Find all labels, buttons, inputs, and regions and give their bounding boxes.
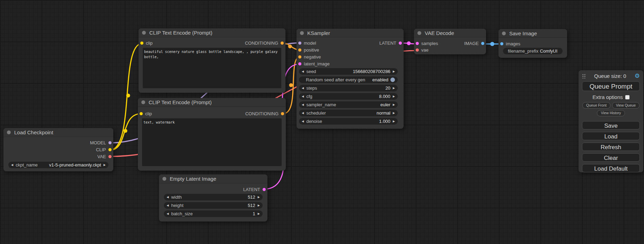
refresh-button[interactable]: Refresh bbox=[582, 143, 640, 151]
clip-port-icon[interactable] bbox=[108, 148, 112, 151]
load-button[interactable]: Load bbox=[582, 132, 640, 140]
drag-handle-icon[interactable] bbox=[582, 73, 586, 79]
increment-arrow-icon[interactable]: ▶ bbox=[393, 103, 395, 106]
decrement-arrow-icon[interactable]: ◀ bbox=[11, 164, 13, 166]
clip-port-icon[interactable] bbox=[140, 112, 143, 115]
queue-prompt-button[interactable]: Queue Prompt bbox=[582, 81, 640, 91]
increment-arrow-icon[interactable]: ▶ bbox=[258, 204, 260, 207]
image-port-icon[interactable] bbox=[481, 42, 484, 45]
conditioning-port-icon[interactable] bbox=[298, 55, 301, 58]
output-slot-conditioning[interactable]: CONDITIONING bbox=[245, 111, 284, 116]
positive-prompt-textarea[interactable]: beautiful scenery nature glass bottle la… bbox=[143, 48, 281, 88]
decrement-arrow-icon[interactable]: ◀ bbox=[167, 213, 169, 215]
output-slot-conditioning[interactable]: CONDITIONING bbox=[245, 40, 284, 46]
input-slot-clip[interactable]: clip bbox=[140, 40, 153, 46]
widget-seed[interactable]: ◀ seed 156680208700286 ▶ bbox=[299, 68, 398, 75]
latent-port-icon[interactable] bbox=[416, 42, 419, 45]
conditioning-port-icon[interactable] bbox=[281, 112, 284, 115]
view-queue-button[interactable]: View Queue bbox=[612, 102, 639, 109]
decrement-arrow-icon[interactable]: ◀ bbox=[167, 196, 169, 199]
widget-sampler-name[interactable]: ◀ sampler_name euler ▶ bbox=[299, 101, 398, 108]
collapse-dot-icon[interactable] bbox=[141, 100, 145, 104]
collapse-dot-icon[interactable] bbox=[142, 31, 146, 35]
increment-arrow-icon[interactable]: ▶ bbox=[258, 213, 260, 215]
node-save-image[interactable]: Save Image images filename_prefix ComfyU… bbox=[499, 29, 567, 58]
widget-ckpt-name[interactable]: ◀ ckpt_name v1-5-pruned-emaonly.ckpt ▶ bbox=[8, 162, 108, 168]
widget-scheduler[interactable]: ◀ scheduler normal ▶ bbox=[299, 110, 398, 116]
decrement-arrow-icon[interactable]: ◀ bbox=[302, 120, 304, 123]
node-vae-decode[interactable]: VAE Decode samples IMAGE vae bbox=[414, 29, 486, 54]
output-slot-latent[interactable]: LATENT bbox=[243, 187, 266, 192]
latent-port-icon[interactable] bbox=[263, 188, 266, 191]
widget-batch-size[interactable]: ◀ batch_size 1 ▶ bbox=[164, 210, 263, 217]
conditioning-port-icon[interactable] bbox=[298, 48, 301, 52]
widget-random-seed-toggle[interactable]: Random seed after every gen enabled bbox=[299, 76, 398, 83]
widget-steps[interactable]: ◀ steps 20 ▶ bbox=[299, 85, 398, 91]
node-ksampler[interactable]: KSampler model LATENT positive negative … bbox=[297, 29, 404, 129]
node-title-bar[interactable]: VAE Decode bbox=[414, 29, 486, 37]
decrement-arrow-icon[interactable]: ◀ bbox=[167, 204, 169, 207]
widget-denoise[interactable]: ◀ denoise 1.000 ▶ bbox=[299, 118, 398, 125]
latent-port-icon[interactable] bbox=[399, 42, 402, 45]
widget-cfg[interactable]: ◀ cfg 8.000 ▶ bbox=[299, 93, 398, 100]
node-clip-text-encode-negative[interactable]: CLIP Text Encode (Prompt) clip CONDITION… bbox=[138, 98, 286, 171]
node-title-bar[interactable]: Save Image bbox=[499, 29, 567, 38]
toggle-enabled-icon[interactable] bbox=[390, 78, 395, 82]
node-load-checkpoint[interactable]: Load Checkpoint MODEL CLIP VAE ◀ ckpt_na… bbox=[3, 128, 113, 171]
node-title-bar[interactable]: CLIP Text Encode (Prompt) bbox=[139, 28, 285, 37]
input-slot-vae[interactable]: vae bbox=[416, 47, 429, 53]
increment-arrow-icon[interactable]: ▶ bbox=[393, 87, 395, 90]
decrement-arrow-icon[interactable]: ◀ bbox=[302, 70, 304, 73]
increment-arrow-icon[interactable]: ▶ bbox=[393, 95, 395, 98]
negative-prompt-textarea[interactable]: text, watermark bbox=[142, 118, 282, 166]
output-slot-clip[interactable]: CLIP bbox=[96, 147, 112, 152]
node-title-bar[interactable]: CLIP Text Encode (Prompt) bbox=[138, 98, 286, 107]
node-title-bar[interactable]: Load Checkpoint bbox=[3, 128, 113, 137]
input-slot-clip[interactable]: clip bbox=[140, 111, 152, 116]
vae-port-icon[interactable] bbox=[108, 155, 112, 158]
increment-arrow-icon[interactable]: ▶ bbox=[393, 112, 395, 115]
output-slot-vae[interactable]: VAE bbox=[97, 154, 112, 159]
clear-button[interactable]: Clear bbox=[582, 153, 640, 162]
increment-arrow-icon[interactable]: ▶ bbox=[104, 164, 106, 166]
extra-options-checkbox[interactable] bbox=[625, 95, 629, 99]
input-slot-model[interactable]: model bbox=[298, 40, 316, 46]
node-clip-text-encode-positive[interactable]: CLIP Text Encode (Prompt) clip CONDITION… bbox=[139, 28, 285, 93]
graph-canvas[interactable]: Load Checkpoint MODEL CLIP VAE ◀ ckpt_na… bbox=[0, 0, 644, 244]
image-port-icon[interactable] bbox=[500, 42, 503, 45]
node-title-bar[interactable]: Empty Latent Image bbox=[159, 174, 267, 183]
output-slot-image[interactable]: IMAGE bbox=[464, 41, 484, 46]
decrement-arrow-icon[interactable]: ◀ bbox=[302, 95, 304, 98]
input-slot-images[interactable]: images bbox=[500, 41, 520, 46]
widget-height[interactable]: ◀ height 512 ▶ bbox=[164, 202, 263, 209]
latent-port-icon[interactable] bbox=[298, 62, 301, 65]
increment-arrow-icon[interactable]: ▶ bbox=[258, 196, 260, 199]
increment-arrow-icon[interactable]: ▶ bbox=[393, 120, 395, 123]
decrement-arrow-icon[interactable]: ◀ bbox=[302, 112, 304, 115]
decrement-arrow-icon[interactable]: ◀ bbox=[302, 87, 304, 90]
clip-port-icon[interactable] bbox=[140, 42, 143, 45]
view-history-button[interactable]: View History bbox=[597, 110, 625, 117]
conditioning-port-icon[interactable] bbox=[281, 42, 284, 45]
collapse-dot-icon[interactable] bbox=[7, 130, 11, 134]
input-slot-samples[interactable]: samples bbox=[416, 41, 438, 46]
input-slot-latent-image[interactable]: latent_image bbox=[298, 61, 329, 66]
load-default-button[interactable]: Load Default bbox=[582, 164, 640, 172]
vae-port-icon[interactable] bbox=[416, 48, 419, 52]
output-slot-model[interactable]: MODEL bbox=[90, 140, 112, 145]
save-button[interactable]: Save bbox=[582, 121, 640, 129]
output-slot-latent[interactable]: LATENT bbox=[379, 40, 402, 46]
node-title-bar[interactable]: KSampler bbox=[297, 29, 404, 37]
collapse-dot-icon[interactable] bbox=[417, 31, 421, 35]
gear-icon[interactable]: ⚙ bbox=[635, 73, 640, 79]
decrement-arrow-icon[interactable]: ◀ bbox=[302, 103, 304, 106]
model-port-icon[interactable] bbox=[298, 42, 301, 45]
input-slot-positive[interactable]: positive bbox=[298, 47, 319, 53]
collapse-dot-icon[interactable] bbox=[300, 31, 304, 35]
model-port-icon[interactable] bbox=[108, 141, 112, 144]
widget-filename-prefix[interactable]: filename_prefix ComfyUI bbox=[503, 48, 563, 54]
node-empty-latent-image[interactable]: Empty Latent Image LATENT ◀ width 512 ▶ … bbox=[159, 174, 267, 222]
collapse-dot-icon[interactable] bbox=[162, 177, 166, 181]
input-slot-negative[interactable]: negative bbox=[298, 54, 321, 60]
widget-width[interactable]: ◀ width 512 ▶ bbox=[164, 194, 263, 200]
